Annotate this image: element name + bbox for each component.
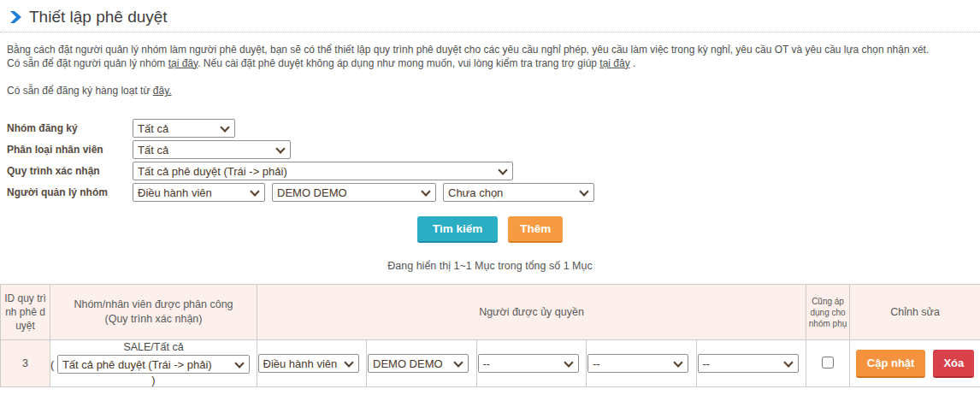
header-delegates: Người được ủy quyền <box>257 285 806 340</box>
manager-role-select[interactable]: Điều hành viên <box>133 183 265 202</box>
row-workflow-select[interactable]: Tất cả phê duyệt (Trái -> phải) <box>57 355 250 374</box>
delegate-cell-1: Điều hành viên <box>257 340 367 387</box>
update-button[interactable]: Cập nhật <box>856 350 926 378</box>
search-form: Nhóm đăng ký Tất cả Phân loại nhân viên … <box>0 97 980 202</box>
workflow-select[interactable]: Tất cả phê duyệt (Trái -> phải) <box>133 162 513 180</box>
delegate-cell-4: -- <box>587 340 697 387</box>
row-id-cell: 3 <box>1 340 50 387</box>
manager-name-select-wrap: DEMO DEMO <box>272 183 436 202</box>
delegate-cell-3: -- <box>477 340 587 387</box>
page-header: Thiết lập phê duyệt <box>0 0 980 27</box>
row-group-cell: SALE/Tất cả ( Tất cả phê duyệt (Trái -> … <box>50 340 257 387</box>
manager-setting-link[interactable]: tại đây <box>168 57 198 69</box>
approval-settings-table: ID quy trình phê duyệt Nhóm/nhân viên đư… <box>0 284 980 387</box>
delegate-select-1[interactable]: Điều hành viên <box>258 354 359 373</box>
edit-cell: Cập nhật Xóa <box>850 340 980 387</box>
action-buttons: Tìm kiếm Thêm <box>0 216 980 243</box>
delegate-select-5[interactable]: -- <box>698 354 799 373</box>
manager-role-select-wrap: Điều hành viên <box>133 183 265 202</box>
header-id: ID quy trình phê duyệt <box>1 285 50 340</box>
header-apply-subgroup: Cũng áp dụng cho nhóm phụ <box>806 285 850 340</box>
status-top: Đang hiển thị 1~1 Mục trong tổng số 1 Mụ… <box>0 260 980 272</box>
chevron-right-icon <box>10 10 21 24</box>
page-title: Thiết lập phê duyệt <box>29 8 168 27</box>
delegate-select-4[interactable]: -- <box>587 354 688 373</box>
delete-button[interactable]: Xóa <box>933 350 974 378</box>
group-select-wrap: Tất cả <box>133 119 235 138</box>
employee-type-select[interactable]: Tất cả <box>133 140 291 159</box>
manager-extra-select[interactable]: Chưa chọn <box>443 183 594 202</box>
apply-subgroup-cell <box>806 340 850 387</box>
manager-label: Người quản lý nhóm <box>7 186 133 198</box>
delegate-cell-5: -- <box>697 340 806 387</box>
workflow-label: Quy trình xác nhận <box>7 165 133 177</box>
employee-type-select-wrap: Tất cả <box>133 140 291 159</box>
manager-name-select[interactable]: DEMO DEMO <box>272 183 436 202</box>
help-page-link[interactable]: tại đây <box>599 57 629 69</box>
delegate-select-2[interactable]: DEMO DEMO <box>368 354 469 373</box>
form-row-workflow: Quy trình xác nhận Tất cả phê duyệt (Trá… <box>7 162 980 180</box>
apply-subgroup-checkbox[interactable] <box>822 357 834 369</box>
intro-line-2: Có sẵn để đặt người quản lý nhóm tại đây… <box>7 57 973 71</box>
group-label: Nhóm đăng ký <box>7 122 133 134</box>
bulk-register-link[interactable]: đây. <box>153 85 172 97</box>
table-row: 3 SALE/Tất cả ( Tất cả phê duyệt (Trái -… <box>1 340 980 387</box>
form-row-group: Nhóm đăng ký Tất cả <box>7 119 980 138</box>
header-group: Nhóm/nhân viên được phân công (Quy trình… <box>50 285 257 340</box>
row-group-name: SALE/Tất cả <box>50 340 257 355</box>
header-row: ID quy trình phê duyệt Nhóm/nhân viên đư… <box>1 285 980 340</box>
delegate-select-3[interactable]: -- <box>478 354 579 373</box>
table-header: ID quy trình phê duyệt Nhóm/nhân viên đư… <box>1 285 980 340</box>
intro-text: Bằng cách đặt người quản lý nhóm làm ngư… <box>0 32 980 70</box>
delegate-cell-2: DEMO DEMO <box>367 340 477 387</box>
workflow-select-wrap: Tất cả phê duyệt (Trái -> phải) <box>133 162 513 180</box>
header-edit: Chỉnh sửa <box>850 285 980 340</box>
row-workflow-select-wrap: Tất cả phê duyệt (Trái -> phải) <box>57 355 250 374</box>
group-select[interactable]: Tất cả <box>133 119 235 138</box>
manager-extra-select-wrap: Chưa chọn <box>443 183 594 202</box>
employee-type-label: Phân loại nhân viên <box>7 144 133 156</box>
add-button[interactable]: Thêm <box>508 216 563 243</box>
form-row-manager: Người quản lý nhóm Điều hành viên DEMO D… <box>7 183 980 202</box>
search-button[interactable]: Tìm kiếm <box>417 216 499 243</box>
bulk-register-line: Có sẵn để đăng ký hàng loạt từ đây. <box>0 70 980 97</box>
form-row-employee-type: Phân loại nhân viên Tất cả <box>7 140 980 159</box>
intro-line-1: Bằng cách đặt người quản lý nhóm làm ngư… <box>7 44 973 57</box>
